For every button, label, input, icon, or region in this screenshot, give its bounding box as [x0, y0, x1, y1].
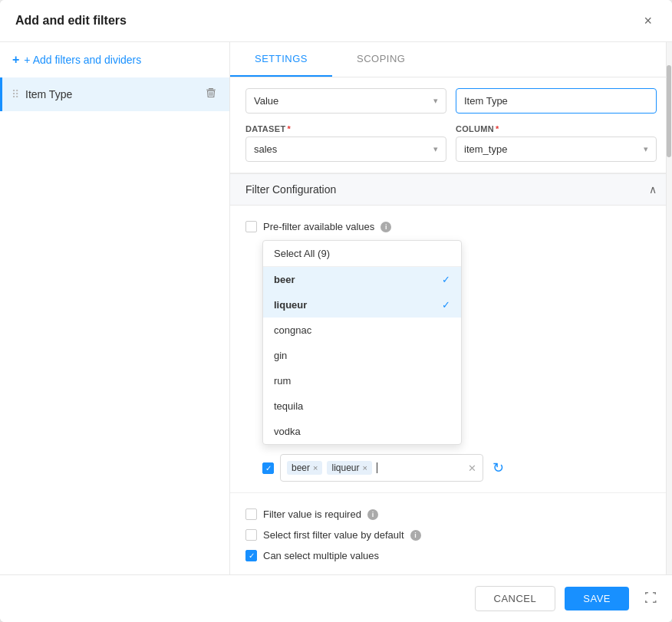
svg-rect-1: [206, 90, 216, 91]
pre-filter-info-icon: i: [380, 222, 391, 232]
check-icon: ✓: [442, 299, 450, 311]
dropdown-item-label: liqueur: [274, 299, 307, 311]
scroll-thumb: [667, 65, 671, 157]
filter-config-body: Pre-filter available values i Select All…: [230, 206, 672, 492]
cancel-button[interactable]: CANCEL: [475, 586, 556, 611]
column-required: *: [496, 124, 499, 133]
filter-required-info-icon: i: [367, 509, 378, 520]
tag-label: beer: [292, 462, 310, 473]
tag-remove-liqueur[interactable]: ×: [363, 463, 367, 472]
panel-content: Value ▾ Item Type DATASET*: [230, 77, 672, 574]
dropdown-item-beer[interactable]: beer ✓: [263, 267, 461, 292]
sidebar-item-item-type[interactable]: ⠿ Item Type: [0, 77, 229, 111]
dropdown-item-liqueur[interactable]: liqueur ✓: [263, 292, 461, 318]
select-all-label: Select All (9): [274, 248, 330, 259]
select-first-row: Select first filter value by default i: [245, 525, 657, 545]
select-first-checkbox[interactable]: [245, 529, 257, 541]
dropdown-item-label: tequila: [274, 400, 303, 412]
dropdown-list: Select All (9) beer ✓ liqueur ✓: [262, 240, 462, 445]
filter-config-title: Filter Configuration: [245, 183, 336, 196]
form-group-type: Value ▾: [245, 88, 446, 114]
filter-required-row: Filter value is required i: [245, 504, 657, 525]
modal-title: Add and edit filters: [15, 14, 127, 28]
drag-handle-icon: ⠿: [12, 88, 19, 100]
dropdown-item-label: beer: [274, 274, 295, 285]
form-group-name: Item Type: [456, 88, 657, 114]
type-select[interactable]: Value ▾: [245, 88, 446, 114]
tab-settings[interactable]: SETTINGS: [230, 42, 332, 77]
can-select-multiple-row: Can select multiple values: [245, 545, 657, 566]
column-label: COLUMN*: [456, 124, 657, 133]
default-values-section: Filter value is required i Select first …: [230, 492, 672, 574]
filter-config-section: Filter Configuration ∧ Pre-filter availa…: [230, 173, 672, 492]
form-type-row: Value ▾ Item Type: [230, 77, 672, 124]
dropdown-item-tequila[interactable]: tequila: [263, 393, 461, 419]
tag-remove-beer[interactable]: ×: [313, 463, 318, 472]
check-icon: ✓: [442, 274, 450, 285]
type-select-value: Value: [254, 95, 278, 107]
dropdown-item-gin[interactable]: gin: [263, 343, 461, 368]
trash-icon: [205, 87, 217, 99]
tabs: SETTINGS SCOPING: [230, 42, 672, 77]
dropdown-item-vodka[interactable]: vodka: [263, 419, 461, 444]
fullscreen-button[interactable]: [644, 591, 657, 607]
dropdown-item-label: rum: [274, 375, 291, 387]
tag-label: liqueur: [331, 462, 359, 473]
main-panel: SETTINGS SCOPING Value ▾ Item Type: [230, 42, 672, 574]
modal: Add and edit filters × + + Add filters a…: [0, 0, 672, 622]
add-filter-label: + Add filters and dividers: [24, 54, 141, 66]
dataset-required: *: [287, 124, 291, 133]
fullscreen-icon: [644, 591, 657, 604]
tag-liqueur: liqueur ×: [327, 461, 371, 475]
refresh-button[interactable]: ↻: [489, 456, 507, 479]
select-first-label: Select first filter value by default: [263, 529, 404, 541]
chevron-down-icon: ▾: [433, 96, 438, 106]
pre-filter-row: Pre-filter available values i: [245, 216, 657, 237]
scrollbar[interactable]: [666, 42, 672, 574]
modal-body: + + Add filters and dividers ⠿ Item Type: [0, 42, 672, 574]
form-group-column: COLUMN* item_type ▾: [456, 124, 657, 162]
filter-required-label: Filter value is required: [263, 508, 361, 520]
chevron-down-icon-3: ▾: [644, 144, 648, 154]
tags-clear-icon[interactable]: ✕: [468, 462, 476, 474]
tab-scoping[interactable]: SCOPING: [332, 42, 430, 77]
dataset-select[interactable]: sales ▾: [245, 137, 446, 162]
column-select[interactable]: item_type ▾: [456, 137, 657, 162]
text-cursor: [377, 462, 377, 473]
filter-required-checkbox[interactable]: [245, 508, 257, 520]
column-select-value: item_type: [464, 143, 507, 155]
form-dataset-row: DATASET* sales ▾ COLUMN* item_type: [230, 124, 672, 173]
dropdown-item-rum[interactable]: rum: [263, 368, 461, 393]
modal-header: Add and edit filters ×: [0, 0, 672, 42]
dataset-label: DATASET*: [245, 124, 446, 133]
svg-rect-0: [209, 88, 213, 90]
dropdown-item-label: gin: [274, 350, 287, 361]
tags-input[interactable]: beer × liqueur × ✕: [280, 454, 483, 482]
name-input[interactable]: Item Type: [456, 88, 657, 114]
tag-beer: beer ×: [287, 461, 322, 475]
select-first-info-icon: i: [410, 530, 421, 541]
dropdown-select-all[interactable]: Select All (9): [263, 241, 461, 267]
delete-button[interactable]: [202, 85, 220, 104]
sidebar-item-label: Item Type: [25, 88, 196, 100]
filter-config-header[interactable]: Filter Configuration ∧: [230, 173, 672, 206]
pre-filter-checkbox[interactable]: [245, 221, 257, 232]
chevron-down-icon-2: ▾: [433, 144, 438, 154]
save-button[interactable]: SAVE: [565, 587, 629, 610]
tags-checkbox[interactable]: [262, 462, 274, 474]
dropdown-item-label: congnac: [274, 324, 311, 336]
dataset-select-value: sales: [254, 143, 277, 155]
plus-icon: +: [12, 53, 19, 67]
can-select-multiple-checkbox[interactable]: [245, 550, 257, 561]
add-filter-button[interactable]: + + Add filters and dividers: [0, 42, 229, 77]
default-values-body: Filter value is required i Select first …: [230, 493, 672, 574]
sidebar: + + Add filters and dividers ⠿ Item Type: [0, 42, 230, 574]
dropdown-item-label: vodka: [274, 426, 301, 437]
form-group-dataset: DATASET* sales ▾: [245, 124, 446, 162]
can-select-multiple-label: Can select multiple values: [263, 550, 379, 561]
close-button[interactable]: ×: [639, 12, 657, 29]
pre-filter-label: Pre-filter available values: [263, 221, 374, 232]
modal-footer: CANCEL SAVE: [0, 574, 672, 622]
dropdown-item-congnac[interactable]: congnac: [263, 318, 461, 343]
collapse-icon: ∧: [649, 183, 657, 196]
